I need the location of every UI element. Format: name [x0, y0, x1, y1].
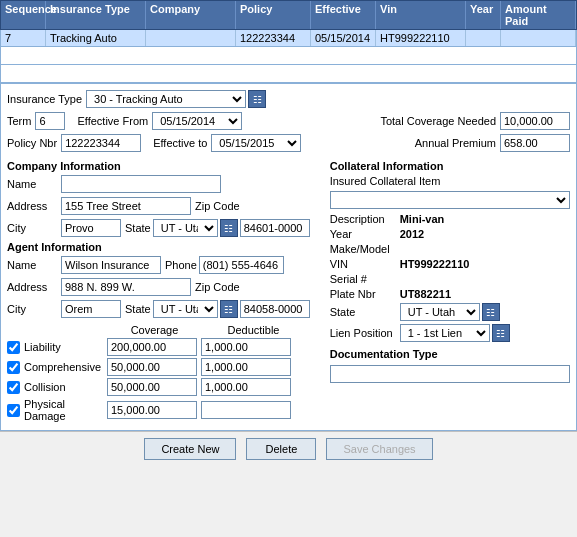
col-amount-paid: Amount Paid: [501, 1, 576, 29]
comprehensive-label: Comprehensive: [24, 361, 101, 373]
insurance-type-label: Insurance Type: [7, 93, 82, 105]
lien-position-icon[interactable]: ☷: [492, 324, 510, 342]
physical-damage-deductible-input[interactable]: [201, 401, 291, 419]
agent-city-input[interactable]: [61, 300, 121, 318]
company-address-input[interactable]: [61, 197, 191, 215]
year-row: Year 2012: [330, 228, 570, 240]
company-zip-input[interactable]: [240, 219, 310, 237]
agent-city-label: City: [7, 303, 57, 315]
company-name-row: Name: [7, 175, 310, 193]
comprehensive-deductible-input[interactable]: [201, 358, 291, 376]
col-insurance-type: Insurance Type: [46, 1, 146, 29]
collateral-state-select[interactable]: UT - Utah: [400, 303, 480, 321]
agent-address-row: Address Zip Code: [7, 278, 310, 296]
liability-label: Liability: [24, 341, 61, 353]
company-name-input[interactable]: [61, 175, 221, 193]
cell-seq: 7: [1, 30, 46, 46]
collateral-section-title: Collateral Information: [330, 160, 570, 172]
company-city-row: City State UT - Utah ☷: [7, 219, 310, 237]
physical-damage-checkbox[interactable]: [7, 404, 20, 417]
effective-to-label: Effective to: [153, 137, 207, 149]
policy-row: Policy Nbr Effective to 05/15/2015 Annua…: [7, 134, 570, 152]
company-state-label: State: [125, 222, 151, 234]
annual-premium-input[interactable]: [500, 134, 570, 152]
company-name-label: Name: [7, 178, 57, 190]
collision-coverage-input[interactable]: [107, 378, 197, 396]
insured-item-label: Insured Collateral Item: [330, 175, 441, 187]
coverage-liability-row: Liability: [7, 338, 310, 356]
annual-premium-label: Annual Premium: [415, 137, 496, 149]
cell-policy: 122223344: [236, 30, 311, 46]
plate-nbr-row: Plate Nbr UT882211: [330, 288, 570, 300]
serial-label: Serial #: [330, 273, 400, 285]
comprehensive-coverage-input[interactable]: [107, 358, 197, 376]
vin-label: VIN: [330, 258, 400, 270]
left-column: Company Information Name Address Zip Cod…: [7, 156, 310, 424]
doc-type-section: Documentation Type: [330, 348, 570, 383]
term-row: Term Effective From 05/15/2014 Total Cov…: [7, 112, 570, 130]
plate-nbr-value: UT882211: [400, 288, 451, 300]
doc-type-input[interactable]: [330, 365, 570, 383]
collateral-state-row: State UT - Utah ☷: [330, 303, 570, 321]
table-row[interactable]: 7 Tracking Auto 122223344 05/15/2014 HT9…: [0, 30, 577, 47]
collateral-state-label: State: [330, 306, 400, 318]
cell-ins-type: Tracking Auto: [46, 30, 146, 46]
coverage-physical-row: Physical Damage: [7, 398, 310, 422]
vin-row: VIN HT999222110: [330, 258, 570, 270]
agent-name-label: Name: [7, 259, 57, 271]
lien-position-select[interactable]: 1 - 1st Lien: [400, 324, 490, 342]
liability-coverage-input[interactable]: [107, 338, 197, 356]
table-header: Sequence Insurance Type Company Policy E…: [0, 0, 577, 30]
delete-button[interactable]: Delete: [246, 438, 316, 460]
company-state-select[interactable]: UT - Utah: [153, 219, 218, 237]
insured-item-select[interactable]: [330, 191, 570, 209]
agent-phone-input[interactable]: [199, 256, 284, 274]
effective-from-select[interactable]: 05/15/2014: [152, 112, 242, 130]
total-coverage-input[interactable]: [500, 112, 570, 130]
coverage-comprehensive-row: Comprehensive: [7, 358, 310, 376]
description-label: Description: [330, 213, 400, 225]
col-company: Company: [146, 1, 236, 29]
cell-vin: HT999222110: [376, 30, 466, 46]
insurance-type-select[interactable]: 30 - Tracking Auto: [86, 90, 246, 108]
col-year: Year: [466, 1, 501, 29]
effective-from-label: Effective From: [77, 115, 148, 127]
company-section-title: Company Information: [7, 160, 310, 172]
liability-checkbox[interactable]: [7, 341, 20, 354]
company-zip-label: Zip Code: [195, 200, 240, 212]
cell-year: [466, 30, 501, 46]
agent-zip-input[interactable]: [240, 300, 310, 318]
save-changes-button[interactable]: Save Changes: [326, 438, 432, 460]
coverage-col-header: Coverage: [107, 324, 202, 336]
agent-name-input[interactable]: [61, 256, 161, 274]
physical-damage-coverage-input[interactable]: [107, 401, 197, 419]
agent-address-input[interactable]: [61, 278, 191, 296]
insurance-type-icon[interactable]: ☷: [248, 90, 266, 108]
company-state-icon[interactable]: ☷: [220, 219, 238, 237]
agent-state-select[interactable]: UT - Utah: [153, 300, 218, 318]
effective-to-select[interactable]: 05/15/2015: [211, 134, 301, 152]
term-label: Term: [7, 115, 31, 127]
agent-state-icon[interactable]: ☷: [220, 300, 238, 318]
collision-checkbox[interactable]: [7, 381, 20, 394]
comprehensive-checkbox[interactable]: [7, 361, 20, 374]
year-label: Year: [330, 228, 400, 240]
company-city-input[interactable]: [61, 219, 121, 237]
cell-company: [146, 30, 236, 46]
term-input[interactable]: [35, 112, 65, 130]
insured-item-select-row: [330, 191, 570, 209]
insurance-type-row: Insurance Type 30 - Tracking Auto ☷: [7, 90, 570, 108]
collision-deductible-input[interactable]: [201, 378, 291, 396]
agent-zip-label: Zip Code: [195, 281, 240, 293]
create-new-button[interactable]: Create New: [144, 438, 236, 460]
year-value: 2012: [400, 228, 424, 240]
policy-nbr-input[interactable]: [61, 134, 141, 152]
agent-section-title: Agent Information: [7, 241, 310, 253]
collateral-state-icon[interactable]: ☷: [482, 303, 500, 321]
agent-address-label: Address: [7, 281, 57, 293]
right-column: Collateral Information Insured Collatera…: [320, 156, 570, 424]
liability-deductible-input[interactable]: [201, 338, 291, 356]
coverage-section: Coverage Deductible Liability C: [7, 324, 310, 422]
bottom-button-bar: Create New Delete Save Changes: [0, 431, 577, 466]
doc-type-label: Documentation Type: [330, 348, 570, 360]
